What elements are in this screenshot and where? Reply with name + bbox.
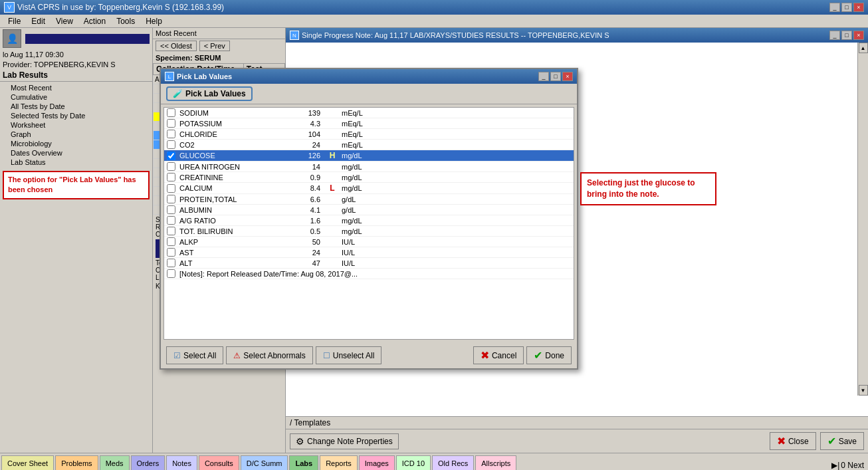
pick-lab-icon: 🧪 <box>173 89 183 98</box>
tree-selected-tests[interactable]: Selected Tests by Date <box>0 111 152 120</box>
tab-cover-sheet[interactable]: Cover Sheet <box>1 455 54 470</box>
save-icon: ✔ <box>827 435 836 447</box>
lab-checkbox[interactable] <box>167 205 175 214</box>
tree-cumulative[interactable]: Cumulative <box>0 92 152 102</box>
select-all-button[interactable]: ☑ Select All <box>166 346 223 364</box>
close-label: Close <box>788 437 809 446</box>
lab-list-item[interactable]: CHLORIDE104mEq/L <box>164 129 574 140</box>
tab-orders[interactable]: Orders <box>131 455 165 470</box>
lab-list-item[interactable]: PROTEIN,TOTAL6.6g/dL <box>164 194 574 205</box>
lab-checkbox[interactable] <box>167 269 175 278</box>
lab-name: GLUCOSE <box>179 152 286 160</box>
tree-dates-overview[interactable]: Dates Overview <box>0 148 152 158</box>
unselect-label: Unselect All <box>333 351 375 360</box>
lab-checkbox[interactable] <box>167 130 175 138</box>
lab-value: 0.5 <box>290 227 323 235</box>
menu-file[interactable]: File <box>3 15 26 27</box>
tree-all-tests[interactable]: All Tests by Date <box>0 102 152 111</box>
close-button[interactable]: ✖ Close <box>770 432 816 450</box>
lab-list-item[interactable]: UREA NITROGEN14mg/dL <box>164 162 574 172</box>
app-restore-button[interactable]: □ <box>841 3 852 12</box>
close-save-area: ✖ Close ✔ Save <box>770 432 864 450</box>
scrollbar[interactable]: ▲ ▼ <box>857 43 868 396</box>
lab-checkbox[interactable] <box>167 162 175 171</box>
next-arrow-icon: ▶| <box>831 461 839 470</box>
tab-labs[interactable]: Labs <box>289 455 318 470</box>
dialog-close-button[interactable]: × <box>562 72 573 81</box>
lab-list-item[interactable]: A/G RATIO1.6mg/dL <box>164 215 574 226</box>
scroll-down-button[interactable]: ▼ <box>859 385 868 396</box>
tab-problems[interactable]: Problems <box>55 455 98 470</box>
change-note-properties-button[interactable]: ⚙ Change Note Properties <box>290 433 399 449</box>
tree-lab-status[interactable]: Lab Status <box>0 158 152 167</box>
lab-name: CREATININE <box>179 174 286 181</box>
tree-graph[interactable]: Graph <box>0 130 152 139</box>
lab-list-item[interactable]: ALT47IU/L <box>164 258 574 269</box>
tab-consults[interactable]: Consults <box>199 455 239 470</box>
lab-list-item[interactable]: CALCIUM8.4Lmg/dL <box>164 183 574 194</box>
prev-button[interactable]: < Prev <box>199 41 230 51</box>
lab-list-item[interactable]: SODIUM139mEq/L <box>164 108 574 118</box>
save-button[interactable]: ✔ Save <box>820 432 864 450</box>
lab-checkbox[interactable] <box>167 173 175 181</box>
patient-bar: 👤 <box>0 28 152 49</box>
scroll-up-button[interactable]: ▲ <box>859 43 868 53</box>
lab-list-item[interactable]: CO224mEq/L <box>164 140 574 150</box>
menu-edit[interactable]: Edit <box>26 15 51 27</box>
lab-list-item[interactable]: ALBUMIN4.1g/dL <box>164 205 574 215</box>
note-restore-button[interactable]: □ <box>841 31 852 40</box>
lab-list-item[interactable]: CREATININE0.9mg/dL <box>164 172 574 183</box>
oldest-button[interactable]: << Oldest <box>156 41 197 51</box>
lab-checkbox[interactable] <box>167 119 175 128</box>
note-minimize-button[interactable]: _ <box>829 31 840 40</box>
lab-checkbox[interactable] <box>167 184 175 193</box>
menu-help[interactable]: Help <box>140 15 167 27</box>
left-panel: 👤 lo Aug 11,17 09:30 Provider: TOPPENBER… <box>0 28 153 453</box>
tab-reports[interactable]: Reports <box>320 455 358 470</box>
lab-list-item[interactable]: [Notes]: Report Released Date/Time: Aug … <box>164 269 574 279</box>
dialog-minimize-button[interactable]: _ <box>538 72 549 81</box>
lab-name: ALT <box>179 259 286 267</box>
note-close-button[interactable]: × <box>853 31 864 40</box>
unselect-all-button[interactable]: ☐ Unselect All <box>316 346 382 364</box>
tab-allscripts[interactable]: Allscripts <box>475 455 516 470</box>
lab-checkbox[interactable] <box>167 227 175 235</box>
app-minimize-button[interactable]: _ <box>829 3 840 12</box>
menu-action[interactable]: Action <box>78 15 111 27</box>
cancel-label: Cancel <box>492 351 516 360</box>
lab-list-item[interactable]: TOT. BILIRUBIN0.5mg/dL <box>164 226 574 237</box>
lab-list-item[interactable]: ALKP50IU/L <box>164 237 574 247</box>
menu-tools[interactable]: Tools <box>111 15 140 27</box>
menu-view[interactable]: View <box>51 15 78 27</box>
lab-items-list[interactable]: SODIUM139mEq/LPOTASSIUM4.3mEq/LCHLORIDE1… <box>163 107 574 340</box>
lab-checkbox[interactable] <box>167 108 175 117</box>
cancel-button[interactable]: ✖ Cancel <box>473 346 524 364</box>
tree-most-recent[interactable]: Most Recent <box>0 83 152 92</box>
tab-dc-summ[interactable]: D/C Summ <box>241 455 288 470</box>
lab-checkbox[interactable] <box>167 248 175 257</box>
lab-list-item[interactable]: AST24IU/L <box>164 247 574 258</box>
lab-list-item[interactable]: POTASSIUM4.3mEq/L <box>164 118 574 129</box>
tab-meds[interactable]: Meds <box>100 455 130 470</box>
lab-name: CHLORIDE <box>179 130 286 138</box>
lab-checkbox[interactable] <box>167 259 175 267</box>
lab-list-item[interactable]: GLUCOSE126Hmg/dL <box>164 150 574 162</box>
tree-worksheet[interactable]: Worksheet <box>0 120 152 130</box>
tab-notes[interactable]: Notes <box>166 455 197 470</box>
select-abnormals-button[interactable]: ⚠ Select Abnormals <box>226 346 312 364</box>
lab-checkbox[interactable] <box>167 237 175 246</box>
tab-old-recs[interactable]: Old Recs <box>432 455 474 470</box>
tab-images[interactable]: Images <box>359 455 395 470</box>
lab-checkbox[interactable] <box>167 140 175 149</box>
lab-checkbox[interactable] <box>167 195 175 203</box>
app-close-button[interactable]: × <box>853 3 864 12</box>
done-button[interactable]: ✔ Done <box>526 346 572 364</box>
dialog-restore-button[interactable]: □ <box>550 72 561 81</box>
done-icon: ✔ <box>534 349 542 362</box>
lab-checkbox[interactable] <box>167 152 175 160</box>
tree-microbiology[interactable]: Microbiology <box>0 139 152 148</box>
lab-checkbox[interactable] <box>167 216 175 225</box>
lab-value: 4.1 <box>290 206 323 214</box>
next-label[interactable]: 0 Next <box>841 461 864 470</box>
tab-icd10[interactable]: ICD 10 <box>396 455 431 470</box>
